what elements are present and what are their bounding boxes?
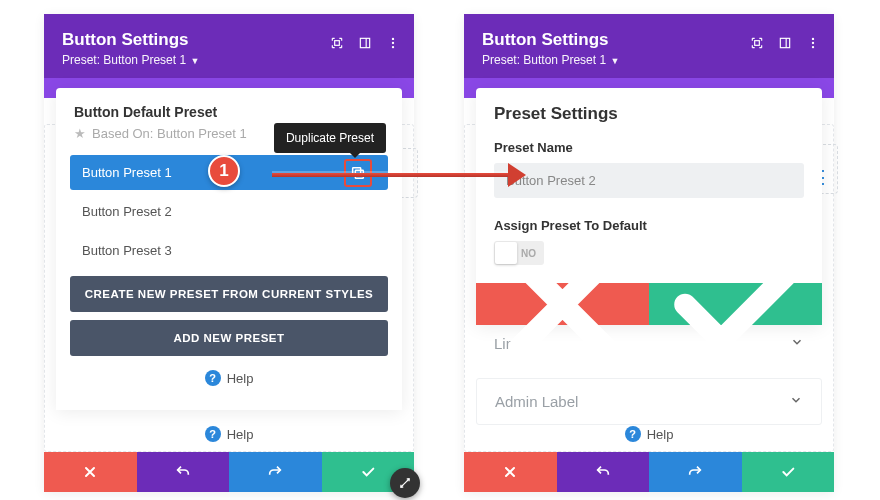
left-panel: Button Settings Preset: Button Preset 1 … xyxy=(44,14,414,492)
admin-label-text: Admin Label xyxy=(495,393,578,410)
preset-save-row xyxy=(476,283,822,325)
more-icon[interactable] xyxy=(806,36,820,50)
svg-point-12 xyxy=(812,42,814,44)
help-text: Help xyxy=(227,371,254,386)
svg-rect-9 xyxy=(780,38,789,47)
preset-cancel-button[interactable] xyxy=(476,283,649,325)
preset-dropdown[interactable]: Preset: Button Preset 1 ▼ xyxy=(482,53,816,67)
preset-settings-card: Preset Settings Preset Name Assign Prese… xyxy=(476,88,822,325)
help-icon: ? xyxy=(205,370,221,386)
undo-button[interactable] xyxy=(557,452,650,492)
resize-handle[interactable] xyxy=(390,468,420,498)
redo-button[interactable] xyxy=(229,452,322,492)
help-link[interactable]: ? Help xyxy=(464,412,834,452)
redo-button[interactable] xyxy=(649,452,742,492)
step-badge-1: 1 xyxy=(208,155,240,187)
preset-row-3[interactable]: Button Preset 3 xyxy=(70,233,388,268)
help-link-outer[interactable]: ? Help xyxy=(44,412,414,452)
preset-row-2[interactable]: Button Preset 2 xyxy=(70,194,388,229)
preset-dropdown-card: Button Default Preset ★ Based On: Button… xyxy=(56,88,402,410)
help-icon: ? xyxy=(625,426,641,442)
cancel-button[interactable] xyxy=(44,452,137,492)
help-icon: ? xyxy=(205,426,221,442)
action-bar xyxy=(44,452,414,492)
help-text-outer: Help xyxy=(227,427,254,442)
expand-icon[interactable] xyxy=(750,36,764,50)
toggle-state-label: NO xyxy=(521,248,536,259)
preset-name-input[interactable] xyxy=(494,163,804,198)
chevron-down-icon xyxy=(789,393,803,410)
based-on-text: Based On: Button Preset 1 xyxy=(92,126,247,141)
caret-down-icon: ▼ xyxy=(608,56,619,66)
right-panel: Button Settings Preset: Button Preset 1 … xyxy=(464,14,834,492)
svg-point-11 xyxy=(812,38,814,40)
undo-button[interactable] xyxy=(137,452,230,492)
assign-default-toggle[interactable]: NO xyxy=(494,241,544,265)
star-icon: ★ xyxy=(74,126,86,141)
header-subtitle-text: Preset: Button Preset 1 xyxy=(482,53,606,67)
svg-rect-8 xyxy=(755,41,760,46)
preset-1-label: Button Preset 1 xyxy=(82,165,172,180)
preset-confirm-button[interactable] xyxy=(649,283,822,325)
panel-header: Button Settings Preset: Button Preset 1 … xyxy=(464,14,834,79)
action-bar xyxy=(464,452,834,492)
preset-settings-title: Preset Settings xyxy=(476,88,822,134)
toggle-knob xyxy=(495,242,517,264)
default-preset-title: Button Default Preset xyxy=(56,88,402,124)
panel-icon[interactable] xyxy=(778,36,792,50)
svg-point-13 xyxy=(812,46,814,48)
step-arrow xyxy=(272,173,522,177)
preset-name-label: Preset Name xyxy=(476,134,822,163)
help-link-inner[interactable]: ? Help xyxy=(56,356,402,396)
save-button[interactable] xyxy=(742,452,835,492)
duplicate-tooltip: Duplicate Preset xyxy=(274,123,386,153)
add-preset-button[interactable]: ADD NEW PRESET xyxy=(70,320,388,356)
cancel-button[interactable] xyxy=(464,452,557,492)
create-preset-button[interactable]: CREATE NEW PRESET FROM CURRENT STYLES xyxy=(70,276,388,312)
help-text: Help xyxy=(647,427,674,442)
